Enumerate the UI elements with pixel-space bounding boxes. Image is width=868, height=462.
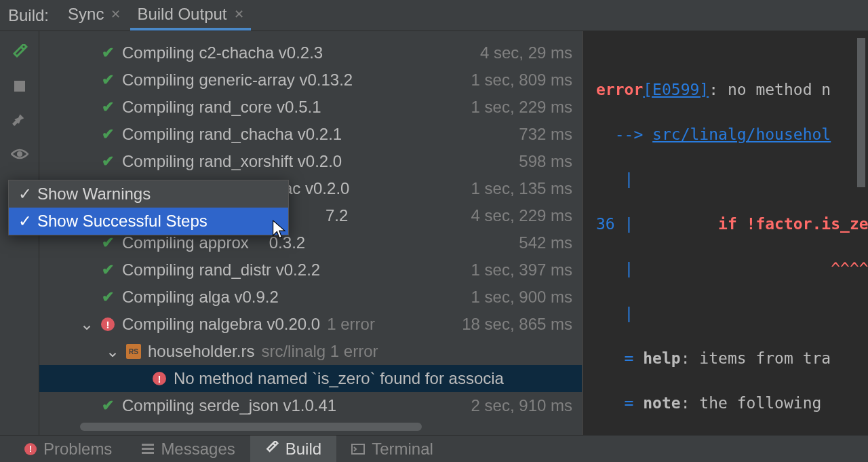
tab-build-output[interactable]: Build Output ✕ bbox=[130, 1, 250, 31]
success-icon: ✔ bbox=[102, 126, 114, 143]
vertical-scrollbar[interactable] bbox=[857, 38, 865, 187]
tab-terminal[interactable]: Terminal bbox=[336, 436, 448, 462]
build-step-text: ac v0.2.0 bbox=[283, 179, 349, 198]
success-icon: ✔ bbox=[102, 397, 114, 415]
tool-window-tabs: ! Problems Messages Build Terminal bbox=[0, 435, 868, 462]
code-token: help bbox=[633, 349, 680, 367]
build-step-text: Compiling generic-array v0.13.2 bbox=[122, 71, 353, 90]
svg-rect-2 bbox=[352, 444, 364, 454]
pin-icon[interactable] bbox=[11, 111, 28, 129]
menu-item-label: Show Successful Steps bbox=[37, 212, 208, 231]
chevron-down-icon[interactable]: ⌄ bbox=[79, 315, 95, 334]
build-step[interactable]: ✔ Compiling generic-array v0.13.2 1 sec,… bbox=[39, 66, 582, 94]
mouse-cursor-icon bbox=[271, 220, 289, 245]
build-step-text: Compiling approx bbox=[122, 233, 249, 252]
code-token: : the following bbox=[681, 394, 831, 412]
build-step-text: Compiling nalgebra v0.20.0 bbox=[122, 315, 320, 334]
build-error-message[interactable]: ! No method named `is_zero` found for as… bbox=[39, 365, 582, 392]
svg-point-1 bbox=[17, 151, 22, 157]
code-token-error: error bbox=[596, 81, 643, 98]
check-icon: ✓ bbox=[18, 185, 32, 204]
eye-icon[interactable] bbox=[11, 145, 28, 163]
build-step-text: Compiling rand_core v0.5.1 bbox=[122, 98, 321, 117]
svg-rect-0 bbox=[14, 81, 25, 92]
build-label: Build: bbox=[8, 6, 49, 25]
build-file-node[interactable]: ⌄ RS householder.rs src/linalg 1 error bbox=[39, 338, 582, 365]
build-step-time: 1 sec, 135 ms bbox=[471, 179, 572, 198]
build-step[interactable]: ✔ Compiling alga v0.9.2 1 sec, 900 ms bbox=[39, 284, 582, 311]
menu-show-warnings[interactable]: ✓ Show Warnings bbox=[9, 180, 288, 208]
close-icon[interactable]: ✕ bbox=[111, 7, 121, 22]
build-step-time: 4 sec, 229 ms bbox=[471, 206, 572, 225]
tab-build-output-label: Build Output bbox=[137, 5, 226, 24]
build-step-time: 1 sec, 397 ms bbox=[471, 261, 572, 280]
tab-sync[interactable]: Sync ✕ bbox=[61, 1, 127, 31]
error-icon: ! bbox=[24, 443, 37, 455]
code-token: : items from tra bbox=[681, 349, 831, 367]
build-step-text: 7.2 bbox=[326, 206, 348, 225]
code-token: --> bbox=[596, 126, 643, 143]
build-file-name: householder.rs bbox=[148, 342, 254, 361]
build-step-time: 542 ms bbox=[519, 233, 572, 252]
code-linenum: 36 bbox=[596, 215, 615, 233]
build-step-text: Compiling rand_xorshift v0.2.0 bbox=[122, 152, 342, 171]
success-icon: ✔ bbox=[102, 288, 114, 306]
hammer-icon bbox=[265, 440, 279, 459]
build-step-error[interactable]: ⌄ ! Compiling nalgebra v0.20.0 1 error 1… bbox=[39, 311, 582, 338]
build-step[interactable]: ✔ Compiling rand_distr v0.2.2 1 sec, 397… bbox=[39, 256, 582, 284]
build-step-text: Compiling serde_json v1.0.41 bbox=[122, 396, 336, 415]
tab-build[interactable]: Build bbox=[250, 436, 336, 462]
code-token: | bbox=[615, 215, 634, 233]
code-token-path[interactable]: src/linalg/househol bbox=[652, 126, 831, 143]
code-token: | bbox=[596, 260, 633, 277]
success-icon: ✔ bbox=[102, 153, 114, 170]
build-step-time: 732 ms bbox=[519, 125, 572, 144]
rerun-build-icon[interactable] bbox=[11, 43, 28, 61]
terminal-icon bbox=[351, 440, 365, 459]
code-token: if !factor.is_ze bbox=[633, 215, 868, 233]
build-step[interactable]: ✔ Compiling rand_xorshift v0.2.0 598 ms bbox=[39, 148, 582, 175]
success-icon: ✔ bbox=[102, 261, 114, 279]
build-tabs-header: Build: Sync ✕ Build Output ✕ bbox=[0, 0, 868, 31]
code-token: | bbox=[596, 170, 633, 188]
success-icon: ✔ bbox=[102, 44, 114, 62]
build-step-text: Compiling rand_chacha v0.2.1 bbox=[122, 125, 342, 144]
tab-problems[interactable]: ! Problems bbox=[9, 436, 127, 462]
build-step-time: 1 sec, 809 ms bbox=[471, 71, 572, 90]
menu-show-successful-steps[interactable]: ✓ Show Successful Steps bbox=[9, 208, 288, 235]
code-token: : no method n bbox=[709, 81, 831, 98]
error-icon: ! bbox=[101, 317, 115, 331]
tab-label: Problems bbox=[43, 440, 112, 459]
tab-messages[interactable]: Messages bbox=[127, 436, 250, 462]
build-step-text: Compiling alga v0.9.2 bbox=[122, 288, 279, 307]
horizontal-scrollbar[interactable] bbox=[80, 423, 568, 431]
tab-label: Messages bbox=[161, 440, 235, 459]
close-icon[interactable]: ✕ bbox=[234, 7, 244, 22]
compiler-output-panel[interactable]: error[E0599]: no method n --> src/linalg… bbox=[582, 31, 868, 435]
build-file-meta: src/linalg 1 error bbox=[261, 342, 378, 361]
code-token: = bbox=[596, 349, 633, 367]
build-step[interactable]: ✔ Compiling rand_core v0.5.1 1 sec, 229 … bbox=[39, 94, 582, 121]
tab-label: Build bbox=[285, 440, 321, 459]
build-step-time: 2 sec, 910 ms bbox=[471, 396, 572, 415]
build-step[interactable]: ✔ Compiling serde_json v1.0.41 2 sec, 91… bbox=[39, 392, 582, 419]
build-step-time: 598 ms bbox=[519, 152, 572, 171]
build-step[interactable]: ✔ Compiling c2-chacha v0.2.3 4 sec, 29 m… bbox=[39, 39, 582, 66]
build-step-meta: 1 error bbox=[327, 315, 375, 334]
tab-sync-label: Sync bbox=[68, 5, 104, 24]
stop-icon[interactable] bbox=[11, 77, 28, 95]
success-icon: ✔ bbox=[102, 234, 114, 252]
build-step-text: Compiling rand_distr v0.2.2 bbox=[122, 261, 320, 280]
chevron-down-icon[interactable]: ⌄ bbox=[104, 342, 121, 361]
build-step-text: Compiling c2-chacha v0.2.3 bbox=[122, 43, 323, 62]
check-icon: ✓ bbox=[18, 212, 32, 231]
success-icon: ✔ bbox=[102, 98, 114, 116]
rust-file-icon: RS bbox=[126, 344, 141, 359]
build-step-time: 18 sec, 865 ms bbox=[462, 315, 572, 334]
view-options-popup: ✓ Show Warnings ✓ Show Successful Steps bbox=[8, 180, 289, 235]
build-step[interactable]: ✔ Compiling rand_chacha v0.2.1 732 ms bbox=[39, 121, 582, 148]
build-step-time: 1 sec, 229 ms bbox=[471, 98, 572, 117]
code-token-errorcode[interactable]: [E0599] bbox=[643, 81, 709, 98]
build-step-time: 4 sec, 29 ms bbox=[480, 43, 572, 62]
code-token-caret: ^^^^^ bbox=[633, 260, 868, 277]
